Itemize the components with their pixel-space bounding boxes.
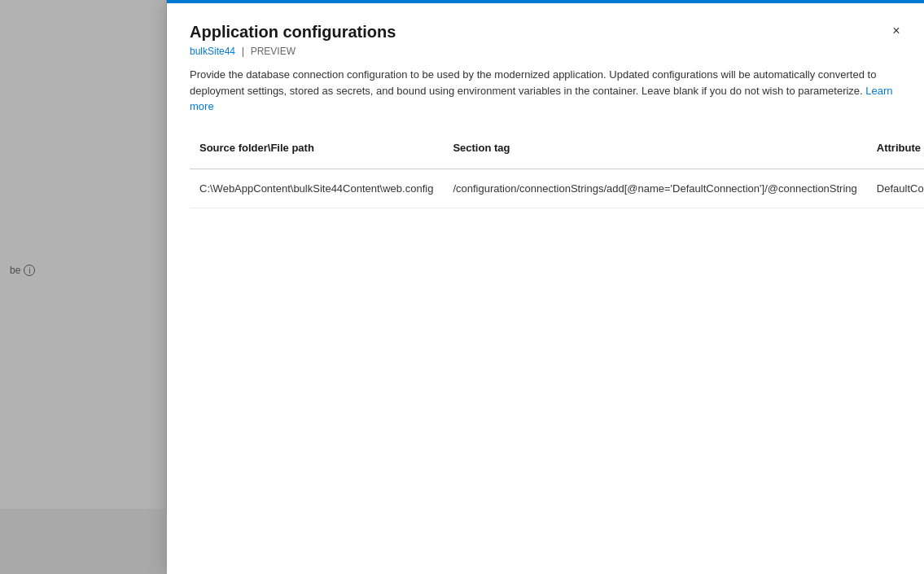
modal-overlay: Application configurations bulkSite44 | … — [0, 0, 924, 574]
close-button[interactable]: × — [885, 20, 908, 42]
cell-source: C:\WebAppContent\bulkSite44Content\web.c… — [190, 169, 443, 208]
modal-header: Application configurations bulkSite44 | … — [167, 3, 924, 67]
col-header-source: Source folder\File path — [190, 128, 443, 169]
table-container: Source folder\File path Section tag Attr… — [167, 128, 924, 575]
cell-section: /configuration/connectionStrings/add[@na… — [443, 169, 866, 208]
subtitle-separator: | — [242, 45, 244, 57]
modal-subtitle-site: bulkSite44 — [190, 46, 235, 57]
modal-preview-label: PREVIEW — [251, 46, 296, 57]
config-table: Source folder\File path Section tag Attr… — [190, 128, 924, 209]
table-header-row: Source folder\File path Section tag Attr… — [190, 128, 924, 169]
col-header-attr-name: Attribute name — [867, 128, 924, 169]
modal-description: Provide the database connection configur… — [167, 67, 924, 128]
table-row: C:\WebAppContent\bulkSite44Content\web.c… — [190, 169, 924, 208]
col-header-section: Section tag — [443, 128, 866, 169]
cell-attr-name: DefaultConnection — [867, 169, 924, 208]
modal-title: Application configurations — [190, 23, 901, 42]
description-text: Provide the database connection configur… — [190, 68, 876, 97]
modal-panel: Application configurations bulkSite44 | … — [167, 0, 924, 574]
modal-subtitle-row: bulkSite44 | PREVIEW — [190, 45, 901, 57]
